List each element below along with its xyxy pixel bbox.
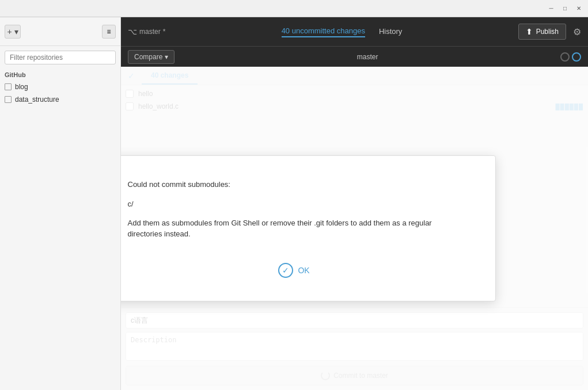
modal-path-text: c/ <box>128 200 461 208</box>
modal-box: Could not commit submodules: c/ Add them… <box>121 155 496 301</box>
arrow-circle-left <box>560 52 570 62</box>
modal-overlay: Could not commit submodules: c/ Add them… <box>121 67 588 390</box>
close-button[interactable]: ✕ <box>574 4 583 13</box>
publish-label: Publish <box>536 28 559 36</box>
sidebar-toggle-button[interactable]: ≡ <box>102 25 116 39</box>
compare-arrow-icon: ▾ <box>165 53 168 61</box>
branch-name: master <box>139 28 161 36</box>
top-toolbar: ⌥ master * 40 uncommitted changes Histor… <box>121 17 588 46</box>
ok-label: OK <box>298 266 309 275</box>
publish-icon: ⬆ <box>526 27 533 36</box>
toolbar-tabs: 40 uncommitted changes History <box>172 26 511 37</box>
repo-icon <box>5 83 12 90</box>
publish-button[interactable]: ⬆ Publish <box>518 24 566 40</box>
branch-icon: ⌥ <box>128 27 137 36</box>
tab-history[interactable]: History <box>379 27 402 37</box>
add-repo-button[interactable]: + ▾ <box>5 25 21 39</box>
sidebar: + ▾ ≡ GitHub blog data_structure <box>0 17 121 390</box>
repo-icon <box>5 96 12 103</box>
repo-name-blog: blog <box>15 83 28 91</box>
compare-branch-name: master <box>357 53 378 61</box>
filter-repos-input[interactable] <box>5 51 116 64</box>
sidebar-item-data-structure[interactable]: data_structure <box>0 93 120 106</box>
changes-area: ✓ 40 changes hello hello_world.c ██████ <box>121 67 588 390</box>
modal-actions: ✓ OK <box>128 263 461 278</box>
branch-suffix: * <box>163 28 166 36</box>
github-section-label: GitHub <box>0 69 120 81</box>
sidebar-toolbar: + ▾ ≡ <box>0 17 120 46</box>
sidebar-item-blog[interactable]: blog <box>0 81 120 93</box>
modal-detail-text: Add them as submodules from Git Shell or… <box>128 217 461 240</box>
repo-name-data-structure: data_structure <box>15 95 59 104</box>
gear-button[interactable]: ⚙ <box>573 26 581 37</box>
branch-indicator: ⌥ master * <box>128 27 165 36</box>
main-content: ⌥ master * 40 uncommitted changes Histor… <box>121 17 588 390</box>
tab-changes[interactable]: 40 uncommitted changes <box>282 26 365 37</box>
sidebar-toggle-icon: ≡ <box>107 28 111 36</box>
arrow-circle-right <box>572 52 581 62</box>
minimize-button[interactable]: ─ <box>547 4 556 13</box>
compare-label: Compare <box>134 53 162 61</box>
compare-button[interactable]: Compare ▾ <box>128 50 174 64</box>
restore-button[interactable]: □ <box>560 4 570 13</box>
compare-bar: Compare ▾ master <box>121 46 588 67</box>
branch-arrows <box>560 52 581 62</box>
ok-checkmark-icon: ✓ <box>278 263 293 278</box>
sidebar-filter-container <box>5 51 116 64</box>
ok-button[interactable]: ✓ OK <box>278 263 309 278</box>
title-bar: ─ □ ✕ <box>0 0 588 17</box>
modal-title-text: Could not commit submodules: <box>128 179 461 190</box>
